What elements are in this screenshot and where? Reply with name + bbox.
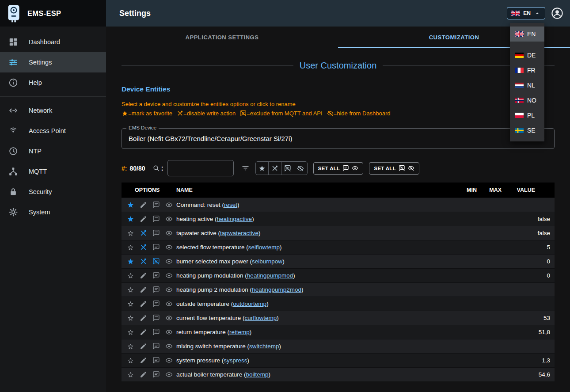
filter-favorite-toggle[interactable] bbox=[256, 162, 269, 175]
language-option-no[interactable]: NO bbox=[510, 93, 544, 108]
entity-tag-link[interactable]: heatingpump2mod bbox=[252, 286, 301, 293]
entity-tag-link[interactable]: heatingpumpmod bbox=[247, 272, 293, 279]
entity-tag-link[interactable]: syspress bbox=[224, 357, 247, 364]
favorite-icon[interactable] bbox=[124, 357, 137, 364]
table-row[interactable]: heating active (heatingactive)false bbox=[122, 212, 555, 226]
write-action-icon[interactable] bbox=[137, 371, 150, 378]
mqtt-exclude-icon[interactable] bbox=[150, 215, 163, 223]
entity-tag-link[interactable]: outdoortemp bbox=[233, 301, 266, 307]
sidebar-item-security[interactable]: Security bbox=[0, 182, 106, 202]
entity-tag-link[interactable]: curflowtemp bbox=[245, 315, 277, 321]
entity-tag-link[interactable]: selflowtemp bbox=[248, 244, 280, 251]
visibility-icon[interactable] bbox=[163, 343, 175, 350]
visibility-icon[interactable] bbox=[163, 314, 175, 322]
write-action-icon[interactable] bbox=[137, 215, 150, 223]
table-row[interactable]: current flow temperature (curflowtemp)53 bbox=[122, 311, 555, 325]
write-action-icon[interactable] bbox=[137, 258, 150, 265]
favorite-icon[interactable] bbox=[124, 328, 137, 336]
language-option-se[interactable]: SE bbox=[510, 123, 544, 138]
write-action-icon[interactable] bbox=[137, 272, 150, 279]
visibility-icon[interactable] bbox=[163, 286, 175, 293]
entity-tag-link[interactable]: tapwateractive bbox=[220, 230, 258, 236]
table-row[interactable]: mixing switch temperature (switchtemp) bbox=[122, 339, 555, 353]
entity-tag-link[interactable]: selburnpow bbox=[252, 258, 282, 265]
favorite-icon[interactable] bbox=[124, 286, 137, 293]
sidebar-item-ntp[interactable]: NTP bbox=[0, 141, 106, 161]
entity-tag-link[interactable]: reset bbox=[224, 202, 237, 208]
write-action-icon[interactable] bbox=[137, 357, 150, 364]
language-option-de[interactable]: DE bbox=[510, 48, 544, 63]
mqtt-exclude-icon[interactable] bbox=[150, 244, 163, 251]
table-row[interactable]: system pressure (syspress)1,3 bbox=[122, 353, 555, 367]
mqtt-exclude-icon[interactable] bbox=[150, 357, 163, 364]
account-icon[interactable] bbox=[551, 7, 564, 20]
language-option-nl[interactable]: NL bbox=[510, 78, 544, 93]
write-action-icon[interactable] bbox=[137, 314, 150, 322]
favorite-icon[interactable] bbox=[124, 229, 137, 237]
visibility-icon[interactable] bbox=[163, 371, 175, 378]
table-row[interactable]: tapwater active (tapwateractive)false bbox=[122, 226, 555, 240]
write-action-icon[interactable] bbox=[137, 244, 150, 251]
visibility-icon[interactable] bbox=[163, 258, 175, 265]
filter-icon[interactable] bbox=[241, 164, 250, 172]
write-action-icon[interactable] bbox=[137, 286, 150, 293]
table-row[interactable]: actual boiler temperature (boiltemp)54,6 bbox=[122, 367, 555, 381]
mqtt-exclude-icon[interactable] bbox=[150, 272, 163, 279]
table-row[interactable]: selected flow temperature (selflowtemp)5 bbox=[122, 240, 555, 254]
write-action-icon[interactable] bbox=[137, 343, 150, 350]
mqtt-exclude-icon[interactable] bbox=[150, 371, 163, 378]
visibility-icon[interactable] bbox=[163, 272, 175, 279]
favorite-icon[interactable] bbox=[124, 371, 137, 378]
mqtt-exclude-icon[interactable] bbox=[150, 343, 163, 350]
mqtt-exclude-icon[interactable] bbox=[150, 314, 163, 322]
mqtt-exclude-icon[interactable] bbox=[150, 286, 163, 293]
table-row[interactable]: return temperature (rettemp)51,8 bbox=[122, 325, 555, 339]
set-all-hidden-button[interactable]: SET ALL bbox=[369, 162, 419, 175]
mqtt-exclude-icon[interactable] bbox=[150, 300, 163, 308]
entity-tag-link[interactable]: switchtemp bbox=[249, 343, 279, 350]
entity-tag-link[interactable]: heatingactive bbox=[217, 216, 252, 222]
filter-write-toggle[interactable] bbox=[269, 162, 281, 175]
sidebar-item-help[interactable]: Help bbox=[0, 72, 106, 93]
favorite-icon[interactable] bbox=[124, 244, 137, 251]
visibility-icon[interactable] bbox=[163, 215, 175, 223]
write-action-icon[interactable] bbox=[137, 201, 150, 209]
tab-application-settings[interactable]: APPLICATION SETTINGS bbox=[106, 27, 338, 48]
language-option-en[interactable]: EN bbox=[510, 27, 544, 42]
visibility-icon[interactable] bbox=[163, 300, 175, 308]
sidebar-item-access-point[interactable]: Access Point bbox=[0, 121, 106, 141]
mqtt-exclude-icon[interactable] bbox=[150, 328, 163, 336]
filter-mqtt-toggle[interactable] bbox=[281, 162, 294, 175]
ems-device-select[interactable]: EMS Device Boiler (Nefit GBx72/Trendline… bbox=[122, 128, 555, 149]
favorite-icon[interactable] bbox=[124, 343, 137, 350]
favorite-icon[interactable] bbox=[124, 272, 137, 279]
entity-tag-link[interactable]: boiltemp bbox=[246, 371, 269, 378]
filter-visibility-toggle[interactable] bbox=[294, 162, 307, 175]
mqtt-exclude-icon[interactable] bbox=[150, 258, 163, 265]
favorite-icon[interactable] bbox=[124, 215, 137, 223]
language-selector-button[interactable]: EN bbox=[507, 7, 545, 19]
favorite-icon[interactable] bbox=[124, 258, 137, 265]
visibility-icon[interactable] bbox=[163, 244, 175, 251]
mqtt-exclude-icon[interactable] bbox=[150, 229, 163, 237]
write-action-icon[interactable] bbox=[137, 328, 150, 336]
sidebar-item-settings[interactable]: Settings bbox=[0, 52, 106, 72]
write-action-icon[interactable] bbox=[137, 300, 150, 308]
language-option-pl[interactable]: PL bbox=[510, 108, 544, 123]
visibility-icon[interactable] bbox=[163, 357, 175, 364]
sidebar-item-network[interactable]: Network bbox=[0, 100, 106, 121]
sidebar-item-mqtt[interactable]: MQTT bbox=[0, 161, 106, 182]
language-option-fr[interactable]: FR bbox=[510, 63, 544, 78]
sidebar-item-system[interactable]: System bbox=[0, 202, 106, 222]
favorite-icon[interactable] bbox=[124, 300, 137, 308]
mqtt-exclude-icon[interactable] bbox=[150, 201, 163, 209]
write-action-icon[interactable] bbox=[137, 229, 150, 237]
visibility-icon[interactable] bbox=[163, 229, 175, 237]
favorite-icon[interactable] bbox=[124, 201, 137, 209]
sidebar-item-dashboard[interactable]: Dashboard bbox=[0, 32, 106, 52]
table-row[interactable]: heating pump modulation (heatingpumpmod)… bbox=[122, 268, 555, 282]
table-row[interactable]: heating pump 2 modulation (heatingpump2m… bbox=[122, 282, 555, 297]
visibility-icon[interactable] bbox=[163, 201, 175, 209]
entity-tag-link[interactable]: rettemp bbox=[229, 329, 250, 335]
favorite-icon[interactable] bbox=[124, 314, 137, 322]
